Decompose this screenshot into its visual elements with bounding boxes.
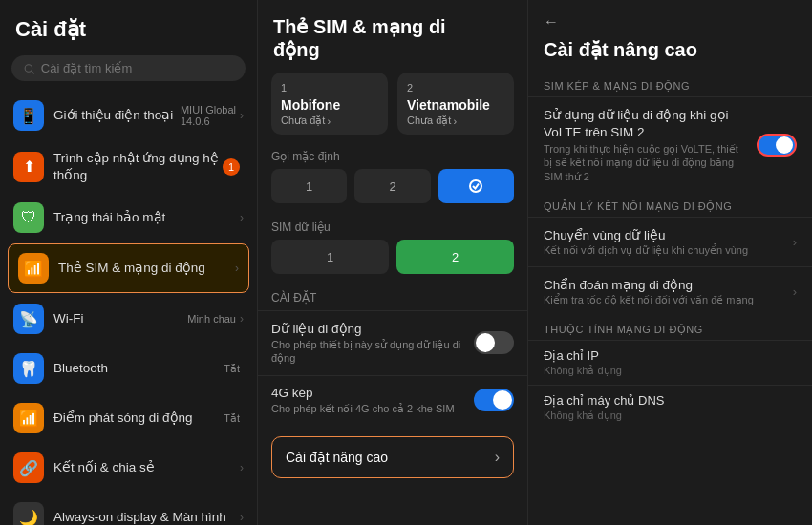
dual-4g-toggle[interactable] xyxy=(474,388,514,411)
search-box[interactable] xyxy=(11,55,246,81)
search-input[interactable] xyxy=(41,61,234,75)
diagnostics-nav[interactable]: Chẩn đoán mạng di động Kiểm tra tốc độ k… xyxy=(528,266,812,316)
default-call-label: Gọi mặc định xyxy=(258,146,527,169)
back-button[interactable]: ← xyxy=(528,0,812,34)
sim1-call-btn[interactable]: 1 xyxy=(271,169,347,203)
svg-point-0 xyxy=(25,64,32,71)
sim2-call-btn[interactable]: 2 xyxy=(354,169,430,203)
settings-label: CÀI ĐẶT xyxy=(258,287,527,310)
left-panel: Cài đặt 📱 Giới thiệu điện thoại MIUI Glo… xyxy=(0,0,258,525)
default-call-selector: 1 2 xyxy=(271,169,514,203)
ip-address-item: Địa chỉ IP Không khả dụng xyxy=(528,340,812,385)
right-panel: ← Cài đặt nâng cao SIM KÉP & MẠNG DI ĐỘN… xyxy=(528,0,812,525)
right-title: Cài đặt nâng cao xyxy=(528,34,812,73)
section-header-thuoc-tinh: THUỘC TÍNH MẠNG DI ĐỘNG xyxy=(528,316,812,340)
advanced-chevron-icon: › xyxy=(495,449,500,466)
section-header-qlkn: QUẢN LÝ KẾT NỐI MẠNG DI ĐỘNG xyxy=(528,193,812,217)
sim-data-label: SIM dữ liệu xyxy=(258,217,527,240)
sim-data-selector: 1 2 xyxy=(271,240,514,274)
menu-item-wifi[interactable]: 📡 Wi-Fi Minh chau › xyxy=(0,294,257,344)
menu-item-bluetooth[interactable]: 🦷 Bluetooth Tắt xyxy=(0,344,257,393)
menu-item-update[interactable]: ⬆ Trình cập nhật ứng dụng hệ thống 1 xyxy=(0,140,257,193)
sim-card-1[interactable]: 1 Mobifone Chưa đặt › xyxy=(271,73,388,135)
menu-icon-bluetooth: 🦷 xyxy=(13,353,44,384)
menu-icon-connect: 🔗 xyxy=(13,452,44,483)
menu-icon-wifi: 📡 xyxy=(13,304,44,334)
dns-address-item: Địa chỉ máy chủ DNS Không khả dụng xyxy=(528,385,812,430)
menu-icon-hotspot: 📶 xyxy=(13,403,44,433)
sim2-data-btn[interactable]: 2 xyxy=(396,240,514,274)
menu-item[interactable]: 📱 Giới thiệu điện thoại MIUI Global14.0.… xyxy=(0,91,257,140)
menu-item-sim[interactable]: 📶 Thẻ SIM & mạng di động › xyxy=(8,243,249,293)
sim1-data-btn[interactable]: 1 xyxy=(271,240,389,274)
svg-line-1 xyxy=(32,71,34,74)
menu-item-connect[interactable]: 🔗 Kết nối & chia sẻ › xyxy=(0,443,257,493)
search-icon xyxy=(23,62,35,75)
mid-title: Thẻ SIM & mạng diđộng xyxy=(258,0,527,73)
mobile-data-setting: Dữ liệu di động Cho phép thiết bị này sử… xyxy=(258,310,527,375)
mid-panel: Thẻ SIM & mạng diđộng 1 Mobifone Chưa đặ… xyxy=(258,0,528,525)
roaming-chevron-icon: › xyxy=(793,235,797,249)
menu-icon-intro: 📱 xyxy=(13,100,44,131)
menu-icon-security: 🛡 xyxy=(13,202,44,233)
advanced-settings-btn[interactable]: Cài đặt nâng cao › xyxy=(271,436,514,478)
menu-item-hotspot[interactable]: 📶 Điểm phát sóng di động Tắt xyxy=(0,393,257,443)
svg-point-2 xyxy=(470,180,481,192)
dual-4g-setting: 4G kép Cho phép kết nối 4G cho cả 2 khe … xyxy=(258,375,527,425)
diagnostics-chevron-icon: › xyxy=(793,284,797,299)
menu-icon-display: 🌙 xyxy=(13,502,44,525)
sim-card-2[interactable]: 2 Vietnamobile Chưa đặt › xyxy=(397,73,514,135)
sim-cards-row: 1 Mobifone Chưa đặt › 2 Vietnamobile Chư… xyxy=(258,73,527,146)
menu-item-security[interactable]: 🛡 Trạng thái bảo mật › xyxy=(0,193,257,242)
left-title: Cài đặt xyxy=(0,0,257,50)
volte-setting: Sử dụng dữ liệu di động khi gọi VoLTE tr… xyxy=(528,96,812,193)
menu-icon-sim: 📶 xyxy=(18,253,49,284)
mobile-data-toggle[interactable] xyxy=(474,331,514,354)
volte-toggle[interactable] xyxy=(757,134,797,157)
roaming-nav[interactable]: Chuyển vùng dữ liệu Kết nối với dịch vụ … xyxy=(528,217,812,266)
menu-item-display[interactable]: 🌙 Always-on display & Màn hình › xyxy=(0,493,257,525)
auto-call-btn[interactable] xyxy=(438,169,514,203)
section-header-sim-kep: SIM KÉP & MẠNG DI ĐỘNG xyxy=(528,73,812,96)
menu-icon-update: ⬆ xyxy=(13,152,44,182)
